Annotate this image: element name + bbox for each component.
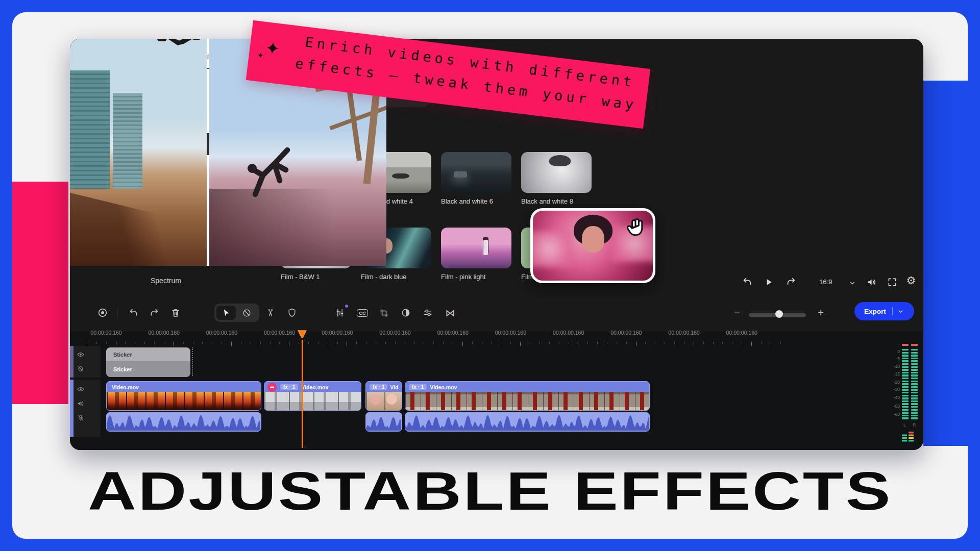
- meter-clip-indicator: [902, 344, 909, 346]
- preview-redo-button[interactable]: [783, 274, 799, 290]
- sticker-clip-trim-handle[interactable]: [192, 347, 193, 376]
- crop-button[interactable]: [376, 305, 391, 320]
- effect-thumbnail: [441, 228, 511, 268]
- zoom-slider-knob[interactable]: [775, 310, 783, 318]
- video-track-header: [74, 380, 101, 437]
- filmstrip-thumbnails: [366, 392, 402, 410]
- filmstrip-thumbnails: [264, 392, 361, 410]
- audio-levels-button[interactable]: [332, 305, 348, 320]
- select-tool-button[interactable]: [216, 306, 236, 320]
- volume-button[interactable]: [864, 274, 879, 290]
- meter-scale-label: -60: [891, 412, 900, 417]
- export-chevron-icon: [897, 308, 904, 315]
- zoom-in-button[interactable]: +: [813, 305, 828, 320]
- meter-scale-label: -50: [891, 404, 900, 409]
- eye-icon[interactable]: [76, 350, 85, 359]
- ruler-timestamp: 00:00:00.160: [610, 330, 642, 336]
- fx-badge: fx · 1: [409, 384, 427, 390]
- meter-scale-label: -15: [891, 371, 900, 377]
- video-clip[interactable]: Video.mov: [106, 381, 261, 411]
- sparkle-icon-small: ✦: [257, 51, 264, 60]
- pointer-tool-group: [214, 304, 259, 322]
- fx-badge: fx · 1: [280, 384, 298, 390]
- ruler-timestamp: 00:00:00.160: [149, 330, 180, 336]
- breakdancer-silhouette: [240, 141, 301, 202]
- timeline-ruler[interactable]: 00:00:00.16000:00:00.16000:00:00.16000:0…: [70, 330, 923, 350]
- fullscreen-button[interactable]: [885, 274, 900, 290]
- sticker-clip[interactable]: Sticker: [106, 347, 190, 361]
- audio-level-meters: 0-5-10-15-20-30-40-50-60LR: [891, 343, 923, 450]
- filmstrip-thumbnails: [107, 392, 261, 410]
- timeline: ✂ CC ⋈ − + Export 00:00:00.16000:00:00.1: [70, 299, 923, 450]
- adjust-sliders-button[interactable]: [420, 305, 435, 320]
- contrast-button[interactable]: [398, 305, 413, 320]
- video-track-color-strip: [70, 380, 74, 437]
- split-scissors-button[interactable]: ✂: [263, 305, 278, 320]
- jumper-legs-silhouette: [156, 39, 203, 67]
- ruler-timestamp: 00:00:00.160: [726, 330, 757, 336]
- category-spectrum[interactable]: Spectrum: [151, 277, 181, 285]
- eye-icon[interactable]: [76, 385, 85, 394]
- settings-gear-icon[interactable]: ⚙: [903, 273, 919, 288]
- ruler-timestamp: 00:00:00.160: [553, 330, 584, 336]
- aspect-ratio-selector[interactable]: 16:9: [819, 278, 832, 286]
- meter-clip-indicator: [911, 344, 918, 346]
- toolbar-divider: [117, 307, 117, 318]
- disable-tool-button[interactable]: [240, 306, 253, 319]
- fx-badge: fx · 1: [370, 384, 387, 390]
- headline: ADJUSTABLE EFFECTS: [0, 460, 980, 522]
- play-button[interactable]: [761, 274, 776, 290]
- meter-toggle-icon[interactable]: [901, 431, 915, 443]
- video-clip[interactable]: fx · 1 Video.mov: [264, 381, 361, 411]
- meter-scale-label: -30: [891, 387, 900, 392]
- redo-button[interactable]: [146, 305, 162, 320]
- effect-card[interactable]: Film - pink light: [441, 228, 511, 281]
- sticker-track-color-strip: [70, 346, 74, 378]
- export-button[interactable]: Export: [854, 302, 914, 320]
- ruler-timestamp: 00:00:00.160: [264, 330, 295, 336]
- mic-off-icon[interactable]: [76, 413, 85, 422]
- video-clip[interactable]: fx · 1 Vid: [365, 381, 402, 411]
- captions-button[interactable]: CC: [355, 305, 370, 320]
- audio-waveform[interactable]: [365, 412, 402, 432]
- sticker-clip[interactable]: Sticker: [106, 361, 190, 377]
- zoom-out-button[interactable]: −: [729, 305, 745, 320]
- shield-button[interactable]: [284, 305, 300, 320]
- sticker-clip-group[interactable]: Sticker Sticker: [106, 347, 190, 377]
- ruler-timestamp: 00:00:00.160: [379, 330, 410, 336]
- meter-scale-label: 0: [891, 349, 900, 354]
- audio-waveform[interactable]: [405, 412, 650, 432]
- meter-scale-label: -5: [891, 356, 900, 361]
- speaker-icon[interactable]: [76, 399, 85, 408]
- meter-scale-label: -40: [891, 395, 900, 400]
- meter-scale-label: -20: [891, 380, 900, 385]
- filmstrip-thumbnails: [405, 392, 649, 410]
- ruler-timestamp: 00:00:00.160: [90, 330, 121, 336]
- playhead-marker[interactable]: [297, 330, 308, 340]
- effect-card[interactable]: Black and white 6: [441, 152, 511, 205]
- sparkle-icon: ✦: [264, 37, 281, 59]
- ruler-timestamp: 00:00:00.160: [668, 330, 699, 336]
- ruler-timestamp: 00:00:00.160: [437, 330, 469, 336]
- video-clip[interactable]: fx · 1 Video.mov: [405, 381, 650, 411]
- ruler-timestamp: 00:00:00.160: [322, 330, 353, 336]
- record-button[interactable]: [95, 305, 110, 320]
- preview-undo-button[interactable]: [740, 274, 755, 290]
- audio-waveform[interactable]: [106, 412, 261, 432]
- playhead-line[interactable]: [302, 340, 303, 448]
- undo-button[interactable]: [126, 305, 141, 320]
- transition-tool-button[interactable]: ⋈: [443, 305, 458, 320]
- grab-hand-cursor: [624, 214, 648, 239]
- marketing-canvas: ADJUSTABLE EFFECTS + Import ♪ Audio T Te…: [0, 0, 980, 551]
- preview-video-left: [70, 39, 207, 266]
- chevron-down-icon[interactable]: [845, 276, 860, 291]
- effect-card[interactable]: Black and white 8: [521, 152, 592, 205]
- delete-button[interactable]: [168, 305, 183, 320]
- premium-crown-badge: [267, 383, 277, 392]
- ruler-timestamp: 00:00:00.160: [495, 330, 526, 336]
- link-off-icon[interactable]: [76, 364, 85, 373]
- timeline-toolbar: ✂ CC ⋈ − + Export: [70, 299, 923, 332]
- sticker-track-header: [74, 346, 101, 378]
- effect-thumbnail: [521, 152, 592, 193]
- blue-accent-rect: [923, 81, 980, 446]
